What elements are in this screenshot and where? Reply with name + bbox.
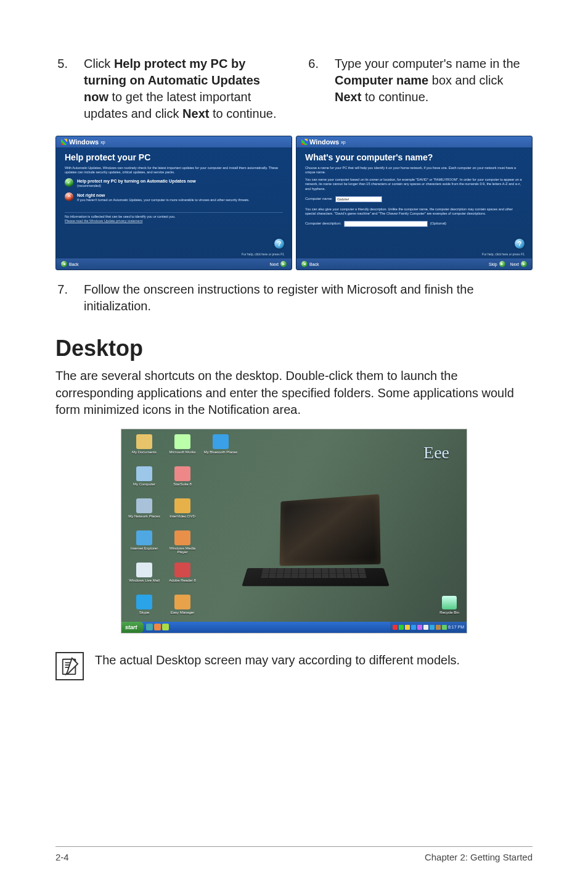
desktop-icon[interactable]: Microsoft Works (165, 434, 200, 465)
note-icon (55, 652, 84, 680)
tray-clock: 8:17 PM (448, 625, 464, 629)
laptop-illustration (232, 497, 393, 596)
desktop-icon[interactable]: My Computer (126, 466, 162, 497)
wizard-heading: What's your computer's name? (296, 147, 532, 165)
option-not-now[interactable]: Not right now (77, 192, 250, 198)
privacy-link[interactable]: Please read the Windows Update privacy s… (65, 219, 142, 223)
desktop-icon (203, 466, 239, 497)
desktop-icon[interactable]: Internet Explorer (126, 530, 162, 561)
desktop-icon[interactable]: My Bluetooth Places (203, 434, 239, 465)
help-icon[interactable]: ? (515, 239, 525, 249)
option-auto-updates[interactable]: Help protect my PC by turning on Automat… (77, 178, 196, 184)
desktop-icon[interactable]: Windows Media Player (165, 530, 200, 561)
chapter-label: Chapter 2: Getting Started (425, 852, 533, 862)
wizard-intro-text: With Automatic Updates, Windows can rout… (65, 166, 283, 175)
desktop-icon[interactable]: My Network Places (126, 498, 162, 529)
wizard-para2: You can name your computer based on its … (305, 178, 523, 191)
desktop-icon[interactable]: Easy Manager (165, 595, 200, 625)
step-5-number: 5. (55, 56, 68, 122)
computer-desc-input[interactable] (344, 221, 428, 227)
next-button[interactable]: Next► (510, 261, 527, 267)
computer-name-label: Computer name: (305, 197, 333, 202)
page-number: 2-4 (55, 852, 69, 862)
windows-flag-icon (301, 139, 308, 145)
notification-area[interactable]: 8:17 PM (390, 622, 467, 633)
shield-x-icon: ✕ (65, 192, 73, 201)
desktop-screenshot: Eee My DocumentsMicrosoft WorksMy Blueto… (121, 429, 467, 633)
window-titlebar: Windowsxp (296, 136, 532, 147)
option-auto-updates-sub: (recommended) (77, 184, 196, 188)
computer-name-input[interactable] (335, 196, 382, 202)
option-not-now-sub: If you haven't turned on Automatic Updat… (77, 198, 250, 202)
wizard-intro-text: Choose a name for your PC that will help… (305, 166, 523, 175)
step-5-body: Click Help protect my PC by turning on A… (84, 56, 282, 122)
desktop-icon[interactable]: Adobe Reader 8 (165, 563, 200, 593)
step-6-number: 6. (306, 56, 319, 105)
section-desktop-para: The are several shortcuts on the desktop… (55, 368, 533, 419)
window-titlebar: Windowsxp (56, 136, 292, 147)
step-7-body: Follow the onscreen instructions to regi… (84, 281, 533, 315)
back-button[interactable]: ◄Back (61, 261, 79, 267)
help-hint: For help, click here or press F1 (242, 252, 284, 256)
section-heading-desktop: Desktop (55, 336, 533, 361)
desktop-icon[interactable]: My Documents (126, 434, 162, 465)
skip-button[interactable]: Skip► (489, 261, 505, 267)
step-6-body: Type your computer's name in the Compute… (335, 56, 533, 105)
desktop-icon[interactable]: Skype (126, 595, 162, 625)
help-hint: For help, click here or press F1 (482, 252, 525, 256)
back-button[interactable]: ◄Back (301, 261, 319, 267)
note-text: The actual Desktop screen may vary accor… (95, 652, 460, 669)
computer-desc-label: Computer description: (305, 221, 341, 226)
help-icon[interactable]: ? (274, 239, 284, 249)
desktop-icon[interactable]: Windows Live Mail (126, 563, 162, 593)
computer-desc-optional: (Optional) (430, 221, 446, 226)
step-7-number: 7. (55, 281, 68, 315)
taskbar: start 8:17 PM (121, 622, 467, 633)
wizard-computer-name: Windowsxp What's your computer's name? C… (296, 136, 533, 270)
windows-flag-icon (61, 139, 67, 145)
desktop-icon[interactable]: InterVideo DVD (165, 498, 200, 529)
recycle-bin-icon[interactable]: Recycle Bin (439, 596, 459, 614)
shield-check-icon: ✓ (65, 178, 73, 187)
wizard-help-protect: Windowsxp Help protect your PC With Auto… (55, 136, 292, 270)
privacy-note: No information is collected that can be … (65, 215, 283, 219)
next-button[interactable]: Next► (270, 261, 287, 267)
wizard-heading: Help protect your PC (56, 147, 292, 165)
quick-launch[interactable] (144, 624, 171, 630)
desktop-icon[interactable]: StarSuite 8 (165, 466, 200, 497)
wizard-para3: You can also give your computer a friend… (305, 207, 523, 216)
start-button[interactable]: start (121, 622, 144, 633)
desktop-icon (203, 595, 239, 625)
eee-logo: Eee (423, 443, 449, 463)
